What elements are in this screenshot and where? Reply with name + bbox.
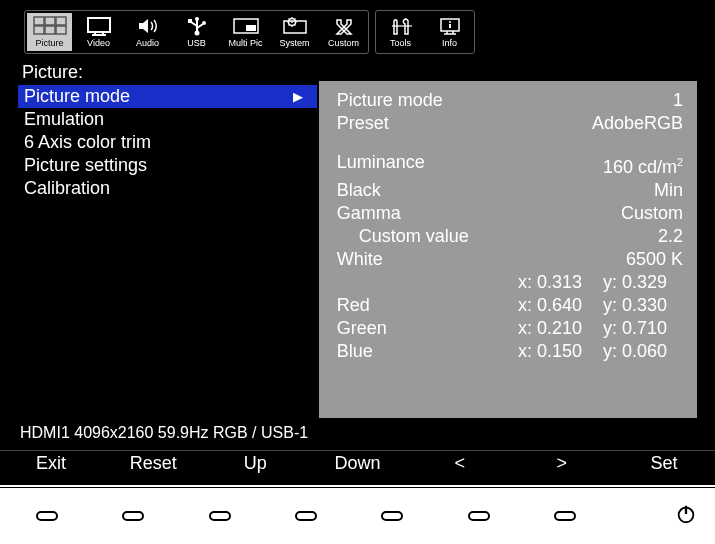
bezel-button-4[interactable] xyxy=(295,511,317,521)
tab-bar: Picture Video Audio USB xyxy=(0,0,715,60)
svg-point-13 xyxy=(202,21,206,25)
tab-label: Tools xyxy=(390,38,411,48)
menu-item-label: 6 Axis color trim xyxy=(24,131,151,154)
tab-multipic[interactable]: Multi Pic xyxy=(223,13,268,51)
tab-group-extra: Tools Info xyxy=(375,10,475,54)
tab-info[interactable]: Info xyxy=(427,13,472,51)
softkey-exit[interactable]: Exit xyxy=(0,453,102,474)
detail-value: AdobeRGB xyxy=(592,112,683,135)
tab-label: Audio xyxy=(136,38,159,48)
menu-six-axis[interactable]: 6 Axis color trim xyxy=(18,131,317,154)
coord-x: x: 0.313 xyxy=(518,271,603,294)
svg-rect-3 xyxy=(34,26,44,34)
menu-column: Picture: Picture mode ▶ Emulation 6 Axis… xyxy=(18,60,317,418)
detail-gamma: Gamma Custom xyxy=(337,202,683,225)
coord-y: y: 0.330 xyxy=(603,294,683,317)
svg-rect-16 xyxy=(246,25,256,31)
details-panel: Picture mode 1 Preset AdobeRGB Luminance… xyxy=(319,81,697,418)
tab-picture[interactable]: Picture xyxy=(27,13,72,51)
svg-rect-12 xyxy=(188,19,192,23)
osd-body: Picture: Picture mode ▶ Emulation 6 Axis… xyxy=(0,60,715,420)
detail-red: Red x: 0.640 y: 0.330 xyxy=(337,294,683,317)
softkey-label: Reset xyxy=(130,453,177,473)
menu-item-label: Picture mode xyxy=(24,85,130,108)
menu-calibration[interactable]: Calibration xyxy=(18,177,317,200)
detail-luminance: Luminance 160 cd/m2 xyxy=(337,151,683,179)
tab-label: System xyxy=(279,38,309,48)
detail-label: Preset xyxy=(337,112,389,135)
system-icon xyxy=(278,16,312,36)
detail-label: Luminance xyxy=(337,151,425,179)
menu-item-label: Picture settings xyxy=(24,154,147,177)
detail-label: White xyxy=(337,248,383,271)
svg-point-25 xyxy=(449,21,451,23)
tab-system[interactable]: System xyxy=(272,13,317,51)
custom-icon xyxy=(327,16,361,36)
menu-item-label: Calibration xyxy=(24,177,110,200)
tab-usb[interactable]: USB xyxy=(174,13,219,51)
menu-item-label: Emulation xyxy=(24,108,104,131)
bezel-button-2[interactable] xyxy=(122,511,144,521)
detail-value: Min xyxy=(654,179,683,202)
detail-black: Black Min xyxy=(337,179,683,202)
svg-rect-1 xyxy=(45,17,55,25)
softkey-down[interactable]: Down xyxy=(306,453,408,474)
tools-icon xyxy=(384,16,418,36)
tab-label: Picture xyxy=(35,38,63,48)
tab-custom[interactable]: Custom xyxy=(321,13,366,51)
softkey-label: < xyxy=(454,453,465,473)
detail-preset: Preset AdobeRGB xyxy=(337,112,683,135)
menu-picture-mode[interactable]: Picture mode ▶ xyxy=(18,85,317,108)
tab-group-main: Picture Video Audio USB xyxy=(24,10,369,54)
softkey-row: Exit Reset Up Down < > Set xyxy=(0,450,715,484)
detail-label: Picture mode xyxy=(337,89,443,112)
video-icon xyxy=(82,16,116,36)
section-title: Picture: xyxy=(18,60,317,85)
bezel-buttons xyxy=(36,511,576,521)
softkey-reset[interactable]: Reset xyxy=(102,453,204,474)
softkey-label: Up xyxy=(244,453,267,473)
usb-icon xyxy=(180,16,214,36)
tab-video[interactable]: Video xyxy=(76,13,121,51)
detail-label: Black xyxy=(337,179,381,202)
osd-panel: Picture Video Audio USB xyxy=(0,0,715,544)
detail-blue: Blue x: 0.150 y: 0.060 xyxy=(337,340,683,363)
tab-audio[interactable]: Audio xyxy=(125,13,170,51)
bezel-button-5[interactable] xyxy=(381,511,403,521)
status-bar: HDMI1 4096x2160 59.9Hz RGB / USB-1 xyxy=(0,420,715,450)
detail-label: Blue xyxy=(337,340,518,363)
detail-white-xy: x: 0.313 y: 0.329 xyxy=(337,271,683,294)
detail-gamma-custom: Custom value 2.2 xyxy=(337,225,683,248)
svg-point-19 xyxy=(291,21,293,23)
detail-label: Custom value xyxy=(337,225,469,248)
coord-y: y: 0.060 xyxy=(603,340,683,363)
svg-rect-2 xyxy=(56,17,66,25)
coord-x: x: 0.150 xyxy=(518,340,603,363)
tab-tools[interactable]: Tools xyxy=(378,13,423,51)
softkey-set[interactable]: Set xyxy=(613,453,715,474)
bezel-button-6[interactable] xyxy=(468,511,490,521)
power-icon xyxy=(675,503,697,529)
softkey-next[interactable]: > xyxy=(511,453,613,474)
detail-label: Gamma xyxy=(337,202,401,225)
svg-point-14 xyxy=(194,31,199,36)
svg-rect-6 xyxy=(88,18,110,32)
detail-white: White 6500 K xyxy=(337,248,683,271)
bezel-button-7[interactable] xyxy=(554,511,576,521)
softkey-up[interactable]: Up xyxy=(204,453,306,474)
detail-label: Red xyxy=(337,294,518,317)
tab-label: USB xyxy=(187,38,206,48)
power-button[interactable] xyxy=(675,503,697,529)
softkey-prev[interactable]: < xyxy=(409,453,511,474)
svg-rect-0 xyxy=(34,17,44,25)
bezel xyxy=(0,484,715,544)
bezel-button-3[interactable] xyxy=(209,511,231,521)
bezel-button-1[interactable] xyxy=(36,511,58,521)
menu-emulation[interactable]: Emulation xyxy=(18,108,317,131)
svg-rect-4 xyxy=(45,26,55,34)
coord-y: y: 0.329 xyxy=(603,271,683,294)
menu-picture-settings[interactable]: Picture settings xyxy=(18,154,317,177)
tab-label: Video xyxy=(87,38,110,48)
svg-rect-5 xyxy=(56,26,66,34)
coord-x: x: 0.210 xyxy=(518,317,603,340)
